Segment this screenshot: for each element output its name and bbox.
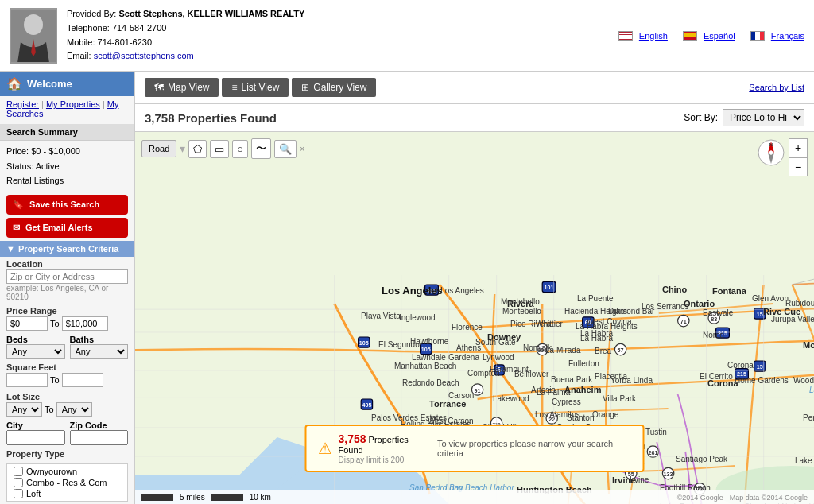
lot-size-label: Lot Size xyxy=(6,392,128,401)
draw-polygon-button[interactable]: ⬠ xyxy=(188,140,207,158)
svg-text:215: 215 xyxy=(737,370,746,378)
beds-select[interactable]: Any12345+ xyxy=(6,344,65,359)
city-input[interactable] xyxy=(6,430,65,445)
price-range-row: Price Range To xyxy=(0,304,134,333)
svg-text:71: 71 xyxy=(680,318,687,325)
save-search-button[interactable]: 🔖 Save this Search xyxy=(6,195,128,215)
svg-point-1 xyxy=(24,14,43,35)
city-label: City xyxy=(6,421,65,430)
draw-freehand-button[interactable]: 〜 xyxy=(251,138,271,159)
search-by-list-link[interactable]: Search by List xyxy=(749,83,804,92)
map-compass: N xyxy=(757,138,785,167)
map-container[interactable]: 91 22 57 605 710 405 405 105 105 xyxy=(135,132,814,504)
zoom-out-button[interactable]: − xyxy=(789,157,808,176)
sqft-min-input[interactable] xyxy=(6,373,48,387)
svg-text:261: 261 xyxy=(648,449,657,456)
flag-us xyxy=(618,31,633,41)
lot-size-row: Lot Size Any To Any xyxy=(0,390,134,419)
baths-label: Baths xyxy=(70,335,129,344)
sqft-to-label: To xyxy=(50,375,60,385)
property-search-criteria-header[interactable]: ▼ Property Search Criteria xyxy=(0,241,134,257)
price-min-input[interactable] xyxy=(6,316,48,331)
mobile: Mobile: 714-801-6230 xyxy=(67,36,304,50)
svg-text:15: 15 xyxy=(757,311,763,318)
zip-input[interactable] xyxy=(70,430,129,445)
svg-text:5: 5 xyxy=(498,366,502,374)
property-type-label: Property Type xyxy=(6,449,128,459)
summary-price: Price: $0 - $10,000 xyxy=(6,144,128,159)
price-max-input[interactable] xyxy=(62,316,108,331)
sidebar-welcome-header: 🏠 Welcome xyxy=(0,72,134,96)
map-bottom-bar: 5 miles 10 km ©2014 Google - Map data ©2… xyxy=(135,490,814,504)
type-combo[interactable]: Combo - Res & Com xyxy=(14,477,121,488)
svg-text:405: 405 xyxy=(362,401,371,409)
map-search-button[interactable]: 🔍 xyxy=(274,140,297,158)
results-bar: 3,758 Properties Found Sort By: Price Lo… xyxy=(135,104,814,132)
map-icon: 🗺 xyxy=(154,82,164,93)
zoom-in-button[interactable]: + xyxy=(789,138,808,157)
property-type-list: Ownyourown Combo - Res & Com Loft xyxy=(6,463,128,502)
lang-french[interactable]: Français xyxy=(771,31,804,41)
alert-icon: ⚠ xyxy=(318,439,332,458)
summary-rental: Rental Listings xyxy=(6,173,128,188)
sort-label: Sort By: xyxy=(684,112,718,123)
flag-es xyxy=(683,31,697,41)
draw-circle-button[interactable]: ○ xyxy=(232,140,248,158)
map-zoom-controls: + − xyxy=(789,138,808,176)
svg-text:605: 605 xyxy=(537,347,547,354)
location-label: Location xyxy=(6,259,128,269)
flag-fr xyxy=(750,31,765,41)
lang-spanish[interactable]: Español xyxy=(704,31,735,41)
svg-text:57: 57 xyxy=(618,347,624,354)
triangle-icon: ▼ xyxy=(6,244,15,254)
register-link[interactable]: Register xyxy=(6,99,39,109)
svg-text:105: 105 xyxy=(359,339,369,347)
location-input[interactable] xyxy=(6,269,128,284)
baths-select[interactable]: Any12345+ xyxy=(70,344,129,359)
svg-text:105: 105 xyxy=(421,346,431,353)
scale-bar-km xyxy=(211,494,243,501)
save-icon: 🔖 xyxy=(13,200,24,209)
gallery-icon: ⊞ xyxy=(301,82,309,93)
price-to-label: To xyxy=(50,319,60,328)
email-alerts-button[interactable]: ✉ Get Email Alerts xyxy=(6,218,128,238)
svg-text:60: 60 xyxy=(585,319,591,326)
scale-miles-label: 5 miles xyxy=(180,493,205,502)
map-view-button[interactable]: 🗺 Map View xyxy=(145,78,219,97)
header: Provided By: Scott Stephens, KELLER WILL… xyxy=(0,0,814,72)
email-link[interactable]: scott@scottstephens.com xyxy=(94,51,194,60)
map-alert-banner: ⚠ 3,758 Properties Found Display limit i… xyxy=(305,425,645,472)
sqft-row: Square Feet To xyxy=(0,360,134,390)
zip-label: Zip Code xyxy=(70,421,129,430)
header-left: Provided By: Scott Stephens, KELLER WILL… xyxy=(10,7,304,63)
list-icon: ≡ xyxy=(231,82,237,93)
sqft-label: Square Feet xyxy=(6,362,128,372)
content-area: 🗺 Map View ≡ List View ⊞ Gallery View Se… xyxy=(135,72,814,504)
draw-rectangle-button[interactable]: ▭ xyxy=(210,140,229,158)
lang-english[interactable]: English xyxy=(639,31,668,41)
lot-max-select[interactable]: Any xyxy=(56,402,92,417)
gallery-view-button[interactable]: ⊞ Gallery View xyxy=(292,78,376,97)
sort-select[interactable]: Price Lo to Hi Price Hi to Lo Newest Old… xyxy=(723,109,804,126)
road-view-button[interactable]: Road xyxy=(141,140,176,157)
map-attribution: ©2014 Google - Map data ©2014 Google xyxy=(677,494,808,502)
list-view-button[interactable]: ≡ List View xyxy=(222,78,289,97)
alert-message: To view properties please narrow your se… xyxy=(437,439,632,458)
scale-bar-miles xyxy=(141,494,173,501)
view-buttons-group: 🗺 Map View ≡ List View ⊞ Gallery View xyxy=(145,78,376,97)
results-count: 3,758 Properties Found xyxy=(145,111,277,125)
lot-min-select[interactable]: Any xyxy=(6,402,42,417)
telephone: Telephone: 714-584-2700 xyxy=(67,21,304,36)
my-properties-link[interactable]: My Properties xyxy=(46,99,100,109)
city-zip-row: City Zip Code xyxy=(0,419,134,447)
alert-display-limit: Display limit is 200 xyxy=(339,456,405,464)
beds-label: Beds xyxy=(6,335,65,344)
type-loft[interactable]: Loft xyxy=(14,488,121,499)
search-summary-info: Price: $0 - $10,000 Status: Active Renta… xyxy=(0,141,134,192)
type-ownyourown[interactable]: Ownyourown xyxy=(14,466,121,477)
sqft-max-input[interactable] xyxy=(62,373,103,387)
search-summary-title: Search Summary xyxy=(0,124,134,141)
sidebar: 🏠 Welcome Register | My Properties | My … xyxy=(0,72,135,504)
welcome-label: Welcome xyxy=(27,78,72,90)
svg-text:405: 405 xyxy=(427,287,436,294)
